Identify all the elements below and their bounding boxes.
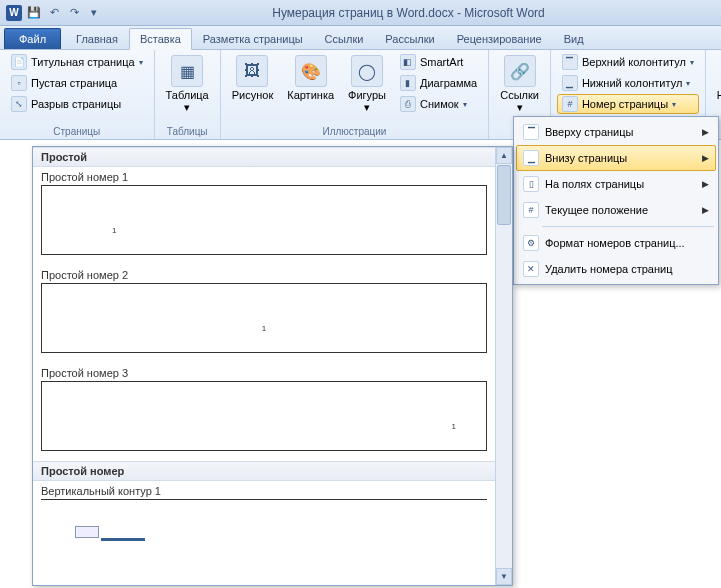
gallery-category: Простой — [33, 147, 495, 167]
page-top-icon: ▔ — [523, 124, 539, 140]
smartart-icon: ◧ — [400, 54, 416, 70]
scroll-up-icon[interactable]: ▲ — [496, 147, 512, 164]
blank-page-button[interactable]: ▫Пустая страница — [6, 73, 148, 93]
group-label: Иллюстрации — [227, 124, 482, 139]
gallery-item-preview[interactable]: 1 — [41, 185, 487, 255]
title-page-button[interactable]: 📄Титульная страница▾ — [6, 52, 148, 72]
page-break-button[interactable]: ⤡Разрыв страницы — [6, 94, 148, 114]
gallery-scrollbar[interactable]: ▲ ▼ — [495, 147, 512, 585]
gallery-category: Простой номер — [33, 461, 495, 481]
tab-insert[interactable]: Вставка — [129, 28, 192, 50]
page-margins-icon: ▯ — [523, 176, 539, 192]
menu-format-numbers[interactable]: ⚙Формат номеров страниц... — [516, 230, 716, 256]
window-title: Нумерация страниц в Word.docx - Microsof… — [102, 6, 715, 20]
gallery-item-preview[interactable]: 1 — [41, 381, 487, 451]
shapes-icon: ◯ — [351, 55, 383, 87]
tab-home[interactable]: Главная — [65, 28, 129, 49]
page-number-icon: # — [562, 96, 578, 112]
undo-icon[interactable]: ↶ — [46, 5, 62, 21]
clipart-icon: 🎨 — [295, 55, 327, 87]
submenu-arrow-icon: ▶ — [702, 127, 709, 137]
tab-layout[interactable]: Разметка страницы — [192, 28, 314, 49]
ribbon-tabs: Файл Главная Вставка Разметка страницы С… — [0, 26, 721, 50]
scroll-thumb[interactable] — [497, 165, 511, 225]
underline-preview — [101, 538, 145, 541]
tab-mailings[interactable]: Рассылки — [374, 28, 445, 49]
clipart-button[interactable]: 🎨Картинка — [282, 52, 339, 104]
submenu-arrow-icon: ▶ — [702, 153, 709, 163]
links-button[interactable]: 🔗Ссылки▾ — [495, 52, 544, 116]
tab-file[interactable]: Файл — [4, 28, 61, 49]
blank-page-icon: ▫ — [11, 75, 27, 91]
table-icon: ▦ — [171, 55, 203, 87]
screenshot-button[interactable]: ⎙Снимок▾ — [395, 94, 482, 114]
redo-icon[interactable]: ↷ — [66, 5, 82, 21]
scroll-track[interactable] — [496, 226, 512, 568]
page-number-button[interactable]: #Номер страницы▾ — [557, 94, 699, 114]
tab-view[interactable]: Вид — [553, 28, 595, 49]
scroll-down-icon[interactable]: ▼ — [496, 568, 512, 585]
page-bottom-icon: ▁ — [523, 150, 539, 166]
menu-remove-numbers[interactable]: ✕Удалить номера страниц — [516, 256, 716, 282]
menu-bottom-of-page[interactable]: ▁Внизу страницы▶ — [516, 145, 716, 171]
group-illustrations: 🖼Рисунок 🎨Картинка ◯Фигуры▾ ◧SmartArt ▮Д… — [221, 50, 489, 139]
chart-icon: ▮ — [400, 75, 416, 91]
menu-separator — [542, 226, 714, 227]
textbox-button[interactable]: AНадпись — [712, 52, 721, 104]
group-label: Страницы — [6, 124, 148, 139]
table-button[interactable]: ▦Таблица▾ — [161, 52, 214, 116]
picture-icon: 🖼 — [236, 55, 268, 87]
header-icon: ▔ — [562, 54, 578, 70]
gallery-item-label: Простой номер 2 — [33, 265, 495, 283]
links-icon: 🔗 — [504, 55, 536, 87]
menu-page-margins[interactable]: ▯На полях страницы▶ — [516, 171, 716, 197]
shapes-button[interactable]: ◯Фигуры▾ — [343, 52, 391, 116]
footer-button[interactable]: ▁Нижний колонтитул▾ — [557, 73, 699, 93]
gallery-item-preview[interactable]: 1 — [41, 283, 487, 353]
page-number-menu: ▔Вверху страницы▶ ▁Внизу страницы▶ ▯На п… — [513, 116, 719, 285]
tab-review[interactable]: Рецензирование — [446, 28, 553, 49]
gallery-item-preview[interactable] — [41, 499, 487, 559]
menu-top-of-page[interactable]: ▔Вверху страницы▶ — [516, 119, 716, 145]
gallery-item-label: Простой номер 3 — [33, 363, 495, 381]
title-page-icon: 📄 — [11, 54, 27, 70]
smartart-button[interactable]: ◧SmartArt — [395, 52, 482, 72]
menu-current-position[interactable]: #Текущее положение▶ — [516, 197, 716, 223]
quick-access-toolbar: 💾 ↶ ↷ ▾ — [26, 5, 102, 21]
page-number-gallery: Простой Простой номер 1 1 Простой номер … — [32, 146, 513, 586]
app-icon: W — [6, 5, 22, 21]
submenu-arrow-icon: ▶ — [702, 205, 709, 215]
group-label: Таблицы — [161, 124, 214, 139]
header-button[interactable]: ▔Верхний колонтитул▾ — [557, 52, 699, 72]
remove-icon: ✕ — [523, 261, 539, 277]
submenu-arrow-icon: ▶ — [702, 179, 709, 189]
screenshot-icon: ⎙ — [400, 96, 416, 112]
gallery-item-label: Вертикальный контур 1 — [33, 481, 495, 499]
picture-button[interactable]: 🖼Рисунок — [227, 52, 279, 104]
footer-icon: ▁ — [562, 75, 578, 91]
title-bar: W 💾 ↶ ↷ ▾ Нумерация страниц в Word.docx … — [0, 0, 721, 26]
shape-preview-icon — [75, 526, 99, 538]
qat-customize-icon[interactable]: ▾ — [86, 5, 102, 21]
page-break-icon: ⤡ — [11, 96, 27, 112]
gallery-item-label: Простой номер 1 — [33, 167, 495, 185]
group-pages: 📄Титульная страница▾ ▫Пустая страница ⤡Р… — [0, 50, 155, 139]
current-pos-icon: # — [523, 202, 539, 218]
tab-references[interactable]: Ссылки — [314, 28, 375, 49]
save-icon[interactable]: 💾 — [26, 5, 42, 21]
chart-button[interactable]: ▮Диаграмма — [395, 73, 482, 93]
format-icon: ⚙ — [523, 235, 539, 251]
group-tables: ▦Таблица▾ Таблицы — [155, 50, 221, 139]
